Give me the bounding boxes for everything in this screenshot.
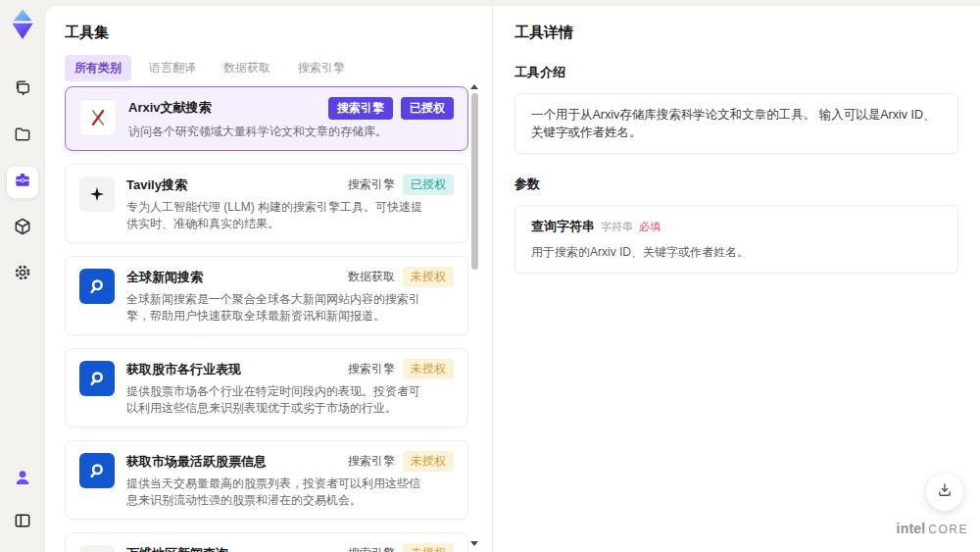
settings-icon (13, 263, 32, 286)
category-label: 搜索引擎 (348, 545, 395, 552)
tab-data-fetch[interactable]: 数据获取 (214, 55, 280, 81)
download-button[interactable] (926, 474, 963, 511)
cube-icon (13, 217, 32, 240)
tool-name: 全球新闻搜索 (126, 267, 340, 286)
tool-description: 提供股票市场各个行业在特定时间段内的表现。投资者可以利用这些信息来识别表现优于或… (126, 383, 425, 417)
param-required-badge: 必填 (639, 220, 661, 234)
tool-name: 获取股市各行业表现 (126, 359, 340, 378)
sidebar-item-plugins[interactable] (7, 213, 38, 244)
param-name: 查询字符串 (531, 218, 595, 235)
auth-status-badge: 未授权 (403, 267, 454, 287)
category-label: 搜索引擎 (348, 453, 395, 470)
intel-core-logo: intelCORE (897, 520, 968, 537)
tab-search-engine[interactable]: 搜索引擎 (288, 55, 355, 81)
sidebar-item-chat[interactable] (7, 75, 38, 106)
tab-language-translation[interactable]: 语言翻译 (139, 55, 206, 81)
category-label: 搜索引擎 (348, 361, 395, 377)
auth-status-badge: 未授权 (403, 543, 454, 552)
tool-card-regional-news[interactable]: 万维地区新闻查询 搜索引擎 未授权 查询具体行政区划内的新闻，快速了解各地新闻动 (65, 532, 468, 552)
tool-name: Arxiv文献搜索 (128, 97, 320, 117)
tool-card-tavily[interactable]: Tavily搜索 搜索引擎 已授权 专为人工智能代理 (LLM) 构建的搜索引擎… (65, 164, 468, 243)
tool-card-arxiv[interactable]: Arxiv文献搜索 搜索引擎 已授权 访问各个研究领域大量科学论文和文章的存储库… (65, 86, 468, 151)
user-icon (13, 468, 32, 491)
param-box: 查询字符串 字符串 必填 用于搜索的Arxiv ID、关键字或作者姓名。 (514, 205, 958, 274)
params-heading: 参数 (514, 176, 958, 193)
sidebar-item-settings[interactable] (7, 259, 38, 290)
details-title: 工具详情 (514, 24, 958, 42)
panel-toggle-icon (13, 511, 32, 534)
sidebar-item-panel-toggle[interactable] (7, 507, 38, 538)
chat-icon (13, 78, 32, 102)
intro-heading: 工具介绍 (514, 64, 958, 81)
tools-panel: 工具集 所有类别 语言翻译 数据获取 搜索引擎 (45, 6, 492, 552)
sparkle-icon (79, 176, 115, 212)
app-window: 工具集 所有类别 语言翻译 数据获取 搜索引擎 (0, 0, 980, 552)
tool-description: 提供当天交易量最高的股票列表，投资者可以利用这些信息来识别流动性强的股票和潜在的… (126, 476, 425, 509)
category-tabs: 所有类别 语言翻译 数据获取 搜索引擎 (65, 55, 355, 81)
sidebar (0, 0, 45, 552)
scroll-up-arrow-icon[interactable] (470, 84, 478, 89)
intro-text: 一个用于从Arxiv存储库搜索科学论文和文章的工具。 输入可以是Arxiv ID… (531, 106, 942, 141)
tab-all-categories[interactable]: 所有类别 (65, 55, 131, 81)
sidebar-bottom (0, 464, 45, 538)
tool-card-stock-sectors[interactable]: 获取股市各行业表现 搜索引擎 未授权 提供股票市场各个行业在特定时间段内的表现。… (65, 348, 468, 427)
tool-description: 访问各个研究领域大量科学论文和文章的存储库。 (128, 124, 427, 140)
tool-card-active-stocks[interactable]: 获取市场最活跃股票信息 搜索引擎 未授权 提供当天交易量最高的股票列表，投资者可… (65, 440, 468, 520)
tool-list-scrollbar (469, 84, 479, 546)
tools-panel-title: 工具集 (65, 24, 109, 42)
tool-list: Arxiv文献搜索 搜索引擎 已授权 访问各个研究领域大量科学论文和文章的存储库… (65, 86, 468, 552)
main-surface: 工具集 所有类别 语言翻译 数据获取 搜索引擎 (45, 6, 980, 552)
arxiv-icon (79, 99, 117, 136)
brand-intel-text: intel (897, 521, 926, 536)
download-icon (936, 481, 954, 503)
auth-status-badge: 已授权 (403, 175, 454, 195)
folder-icon (13, 125, 32, 148)
tool-card-global-news[interactable]: 全球新闻搜索 数据获取 未授权 全球新闻搜索是一个聚合全球各大新闻网站内容的搜索… (65, 256, 468, 335)
tool-description: 全球新闻搜索是一个聚合全球各大新闻网站内容的搜索引擎，帮助用户快速获取全球最新资… (126, 291, 425, 325)
auth-status-badge: 未授权 (403, 359, 454, 379)
auth-status-badge: 已授权 (401, 97, 454, 120)
sidebar-item-profile[interactable] (7, 464, 38, 495)
tool-name: 万维地区新闻查询 (126, 543, 340, 552)
news-search-icon (79, 269, 115, 304)
category-badge: 搜索引擎 (328, 97, 393, 120)
auth-status-badge: 未授权 (403, 451, 454, 472)
news-search-icon (79, 453, 115, 488)
tool-name: Tavily搜索 (126, 175, 340, 194)
news-search-icon (79, 361, 115, 396)
sidebar-item-files[interactable] (7, 121, 38, 152)
intro-box: 一个用于从Arxiv存储库搜索科学论文和文章的工具。 输入可以是Arxiv ID… (514, 93, 958, 154)
category-label: 搜索引擎 (348, 176, 395, 193)
category-label: 数据获取 (348, 269, 395, 285)
scroll-down-arrow-icon[interactable] (470, 541, 478, 546)
param-type: 字符串 (601, 220, 633, 234)
app-logo-icon (8, 8, 37, 41)
tool-description: 专为人工智能代理 (LLM) 构建的搜索引擎工具。可快速提供实时、准确和真实的结… (126, 199, 425, 232)
scrollbar-thumb[interactable] (471, 93, 478, 270)
param-description: 用于搜索的Arxiv ID、关键字或作者姓名。 (531, 244, 942, 261)
sidebar-item-tools[interactable] (7, 167, 38, 198)
brand-core-text: CORE (928, 523, 968, 536)
sidebar-nav (7, 75, 38, 290)
newspaper-icon (79, 545, 115, 552)
tool-details-panel: 工具详情 工具介绍 一个用于从Arxiv存储库搜索科学论文和文章的工具。 输入可… (493, 6, 980, 552)
tool-name: 获取市场最活跃股票信息 (126, 451, 340, 471)
toolbox-icon (13, 171, 32, 194)
